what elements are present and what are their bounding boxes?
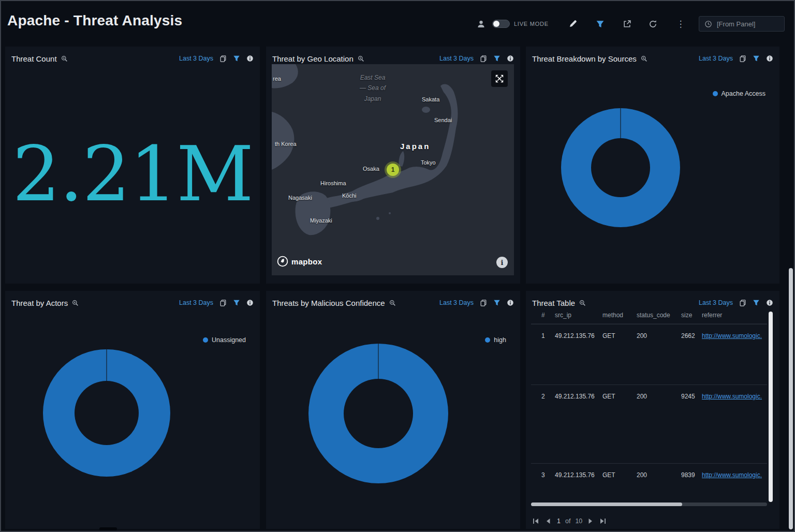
panel-threat-sources: Threat Breakdown by Sources Last 3 Days … xyxy=(526,47,779,284)
copy-panel-icon[interactable] xyxy=(219,299,227,307)
filter-funnel-icon[interactable] xyxy=(594,18,606,29)
geo-map[interactable]: rea East Sea — Sea of Japan Sakata Senda… xyxy=(272,64,514,275)
cell-status-code: 200 xyxy=(637,464,681,479)
map-expand-icon[interactable] xyxy=(491,70,508,87)
zoom-in-icon[interactable] xyxy=(61,55,68,63)
copy-panel-icon[interactable] xyxy=(479,299,487,307)
copy-panel-icon[interactable] xyxy=(739,55,746,63)
panel-threat-count: Threat Count Last 3 Days 2.21M xyxy=(5,47,260,284)
donut-slice-boundary xyxy=(620,108,621,138)
cell-referrer-link[interactable]: http://www.sumologic. xyxy=(702,385,767,400)
panel-info-icon[interactable] xyxy=(765,299,773,307)
panel-filter-icon[interactable] xyxy=(752,299,760,307)
panel-time-range[interactable]: Last 3 Days xyxy=(699,299,733,306)
map-label-tokyo: Tokyo xyxy=(421,159,436,166)
column-header: status_code xyxy=(637,312,681,319)
previous-page-icon[interactable] xyxy=(544,518,551,525)
share-export-icon[interactable] xyxy=(621,18,632,29)
legend-label: Apache Access xyxy=(722,90,765,97)
panel-threat-actors: Threat by Actors Last 3 Days Unassigned xyxy=(5,291,260,529)
panel-time-range[interactable]: Last 3 Days xyxy=(179,299,213,306)
column-header: # xyxy=(541,312,555,319)
zoom-in-icon[interactable] xyxy=(71,299,79,307)
zoom-in-icon[interactable] xyxy=(579,299,586,307)
panel-title: Threat Table xyxy=(532,299,575,307)
kebab-menu-icon[interactable]: ⋮ xyxy=(675,18,686,29)
map-label-sakata: Sakata xyxy=(422,96,439,102)
panel-info-icon[interactable] xyxy=(765,55,773,63)
panel-header: Threat Table Last 3 Days xyxy=(526,291,779,308)
donut-chart-confidence[interactable] xyxy=(308,344,448,483)
donut-chart-actors[interactable] xyxy=(43,349,170,477)
table-vertical-scrollbar[interactable] xyxy=(769,312,773,502)
legend-item[interactable]: high xyxy=(485,336,506,344)
page-vertical-scrollbar-thumb[interactable] xyxy=(789,268,793,529)
map-label-nagasaki: Nagasaki xyxy=(288,195,312,201)
dashboard-title: Apache - Threat Analysis xyxy=(7,12,182,29)
cell-src-ip: 49.212.135.76 xyxy=(555,385,602,400)
user-icon[interactable] xyxy=(476,18,487,29)
edit-pencil-icon[interactable] xyxy=(567,18,579,29)
panel-info-icon[interactable] xyxy=(506,299,514,307)
next-page-icon[interactable] xyxy=(587,518,594,525)
panel-info-icon[interactable] xyxy=(246,299,254,307)
panel-threat-table: Threat Table Last 3 Days # src_ip method… xyxy=(526,291,779,529)
panel-header: Threat by Actors Last 3 Days xyxy=(5,291,260,308)
map-attribution-info-icon[interactable]: i xyxy=(496,257,508,268)
panel-time-range[interactable]: Last 3 Days xyxy=(699,55,733,62)
legend-item[interactable]: Apache Access xyxy=(713,90,765,97)
panel-filter-icon[interactable] xyxy=(493,299,500,307)
panel-filter-icon[interactable] xyxy=(752,55,760,63)
cell-status-code: 200 xyxy=(637,385,681,400)
cell-method: GET xyxy=(602,385,637,400)
column-header: src_ip xyxy=(555,312,602,319)
last-page-icon[interactable] xyxy=(599,518,606,525)
map-cluster-marker[interactable]: 1 xyxy=(387,164,399,176)
live-mode-label: LIVE MODE xyxy=(514,21,549,27)
current-page[interactable]: 1 xyxy=(557,518,561,525)
mapbox-logo[interactable]: mapbox xyxy=(277,256,322,267)
table-horizontal-scrollbar-thumb[interactable] xyxy=(531,503,682,506)
time-range-value: [From Panel] xyxy=(717,20,755,28)
panel-filter-icon[interactable] xyxy=(232,55,240,63)
panel-header: Threat by Geo Location Last 3 Days xyxy=(266,47,520,64)
table-pagination: 1 of 10 xyxy=(532,518,606,525)
copy-panel-icon[interactable] xyxy=(219,55,227,63)
zoom-in-icon[interactable] xyxy=(357,55,365,63)
cell-referrer-link[interactable]: http://www.sumologic. xyxy=(702,464,767,479)
panel-time-range[interactable]: Last 3 Days xyxy=(179,55,213,62)
refresh-icon[interactable] xyxy=(647,18,658,29)
copy-panel-icon[interactable] xyxy=(479,55,487,63)
pagination-of-label: of xyxy=(565,518,570,525)
cell-src-ip: 49.212.135.76 xyxy=(555,324,602,339)
panel-filter-icon[interactable] xyxy=(232,299,240,307)
donut-hole xyxy=(75,381,139,445)
panel-info-icon[interactable] xyxy=(246,55,254,63)
panel-info-icon[interactable] xyxy=(506,55,514,63)
cell-referrer-link[interactable]: http://www.sumologic. xyxy=(702,324,767,339)
panel-time-range[interactable]: Last 3 Days xyxy=(439,299,474,306)
page-horizontal-scrollbar-thumb[interactable] xyxy=(99,527,117,530)
cell-status-code: 200 xyxy=(637,324,681,339)
map-label-south-korea: th Korea xyxy=(275,141,297,147)
map-label-sea: East Sea — Sea of Japan xyxy=(344,72,401,104)
threat-table: # src_ip method status_code size referre… xyxy=(531,312,767,501)
donut-chart-sources[interactable] xyxy=(561,108,680,227)
zoom-in-icon[interactable] xyxy=(640,55,648,63)
panel-filter-icon[interactable] xyxy=(493,55,500,63)
panel-threat-geo: Threat by Geo Location Last 3 Days xyxy=(266,47,520,284)
live-mode-toggle[interactable] xyxy=(492,20,510,28)
zoom-in-icon[interactable] xyxy=(389,299,396,307)
time-range-input[interactable]: [From Panel] xyxy=(699,16,785,32)
first-page-icon[interactable] xyxy=(532,518,539,525)
map-label-kochi: Kōchi xyxy=(342,193,357,199)
panel-time-range[interactable]: Last 3 Days xyxy=(439,55,474,62)
cell-size: 9839 xyxy=(681,464,702,479)
legend-item[interactable]: Unassigned xyxy=(203,336,246,344)
table-row: 3 49.212.135.76 GET 200 9839 http://www.… xyxy=(531,463,767,501)
copy-panel-icon[interactable] xyxy=(739,299,746,307)
map-label-korea-partial: rea xyxy=(273,76,281,82)
map-label-japan: Japan xyxy=(400,142,430,151)
map-label-miyazaki: Miyazaki xyxy=(310,217,332,224)
panel-header: Threat Breakdown by Sources Last 3 Days xyxy=(526,47,779,64)
